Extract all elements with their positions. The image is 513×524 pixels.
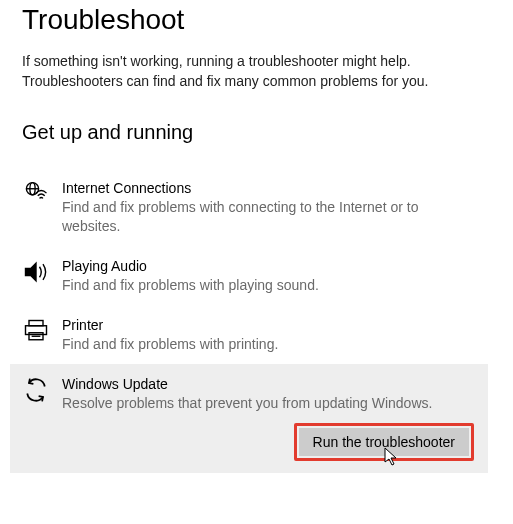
item-desc: Resolve problems that prevent you from u… bbox=[62, 394, 462, 413]
troubleshooter-item-internet-connections[interactable]: Internet Connections Find and fix proble… bbox=[10, 168, 488, 246]
item-title: Playing Audio bbox=[62, 258, 476, 274]
item-title: Internet Connections bbox=[62, 180, 476, 196]
troubleshooter-list: Internet Connections Find and fix proble… bbox=[10, 168, 513, 472]
item-desc: Find and fix problems with printing. bbox=[62, 335, 462, 354]
speaker-icon bbox=[22, 256, 62, 286]
troubleshooter-item-printer[interactable]: Printer Find and fix problems with print… bbox=[10, 305, 488, 364]
item-title: Windows Update bbox=[62, 376, 476, 392]
intro-text: If something isn't working, running a tr… bbox=[22, 52, 482, 91]
section-header-get-up-and-running: Get up and running bbox=[22, 121, 513, 144]
troubleshooter-item-playing-audio[interactable]: Playing Audio Find and fix problems with… bbox=[10, 246, 488, 305]
item-desc: Find and fix problems with connecting to… bbox=[62, 198, 462, 236]
item-desc: Find and fix problems with playing sound… bbox=[62, 276, 462, 295]
page-title: Troubleshoot bbox=[22, 4, 513, 36]
wifi-globe-icon bbox=[22, 178, 62, 208]
troubleshoot-page: Troubleshoot If something isn't working,… bbox=[0, 0, 513, 473]
run-troubleshooter-button[interactable]: Run the troubleshooter bbox=[299, 428, 469, 456]
highlight-box: Run the troubleshooter bbox=[294, 423, 474, 461]
sync-arrows-icon bbox=[22, 374, 62, 404]
item-title: Printer bbox=[62, 317, 476, 333]
svg-rect-3 bbox=[29, 320, 43, 325]
printer-icon bbox=[22, 315, 62, 345]
troubleshooter-item-windows-update[interactable]: Windows Update Resolve problems that pre… bbox=[10, 364, 488, 473]
